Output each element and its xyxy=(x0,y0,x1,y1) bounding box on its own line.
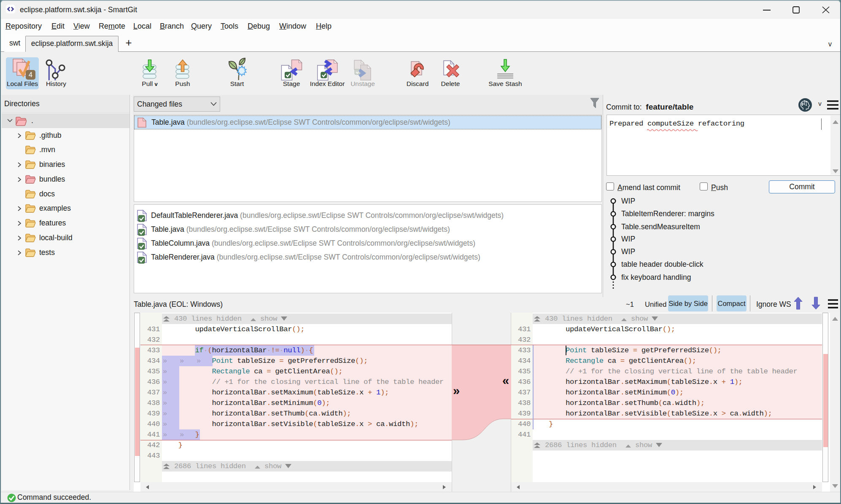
svg-text:«: « xyxy=(502,374,509,387)
svg-text:4: 4 xyxy=(29,71,32,78)
svg-text:»: » xyxy=(453,384,460,397)
